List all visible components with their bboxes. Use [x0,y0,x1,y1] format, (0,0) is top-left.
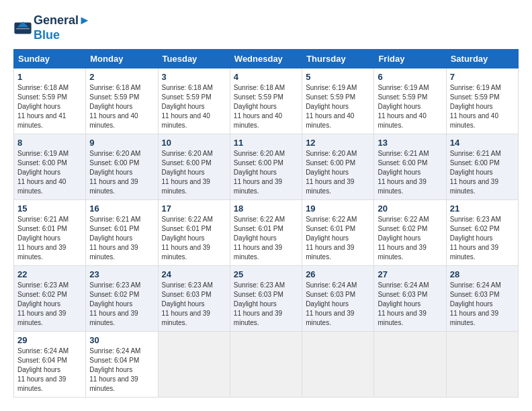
day-number: 16 [89,203,154,214]
calendar-day-cell: 15 Sunrise: 6:21 AM Sunset: 6:01 PM Dayl… [14,200,86,266]
cell-content: Sunrise: 6:22 AM Sunset: 6:01 PM Dayligh… [306,215,370,262]
cell-content: Sunrise: 6:19 AM Sunset: 5:59 PM Dayligh… [450,83,515,130]
day-number: 21 [450,203,515,214]
cell-content: Sunrise: 6:19 AM Sunset: 6:00 PM Dayligh… [17,149,82,196]
calendar-day-cell: 17 Sunrise: 6:22 AM Sunset: 6:01 PM Dayl… [158,200,230,266]
cell-content: Sunrise: 6:20 AM Sunset: 6:00 PM Dayligh… [234,149,298,196]
cell-content: Sunrise: 6:19 AM Sunset: 5:59 PM Dayligh… [378,83,442,130]
calendar-day-cell: 29 Sunrise: 6:24 AM Sunset: 6:04 PM Dayl… [14,332,86,398]
calendar-day-cell: 6 Sunrise: 6:19 AM Sunset: 5:59 PM Dayli… [374,68,446,134]
calendar-day-cell: 25 Sunrise: 6:23 AM Sunset: 6:03 PM Dayl… [230,266,302,332]
day-number: 25 [234,269,298,279]
day-number: 10 [162,138,226,148]
day-number: 26 [306,269,370,279]
day-number: 7 [450,72,515,82]
day-number: 9 [89,138,154,148]
calendar-day-cell: 13 Sunrise: 6:21 AM Sunset: 6:00 PM Dayl… [374,134,446,200]
day-number: 14 [450,138,515,148]
calendar-day-cell: 22 Sunrise: 6:23 AM Sunset: 6:02 PM Dayl… [14,266,86,332]
cell-content: Sunrise: 6:24 AM Sunset: 6:04 PM Dayligh… [17,347,82,394]
logo-icon [13,19,32,38]
day-number: 12 [306,138,370,148]
day-number: 11 [234,138,298,148]
calendar-day-cell: 2 Sunrise: 6:18 AM Sunset: 5:59 PM Dayli… [86,68,158,134]
calendar-day-cell [158,332,230,398]
calendar-week-row: 1 Sunrise: 6:18 AM Sunset: 5:59 PM Dayli… [14,68,519,134]
day-number: 20 [378,203,442,214]
cell-content: Sunrise: 6:23 AM Sunset: 6:02 PM Dayligh… [17,281,82,328]
cell-content: Sunrise: 6:22 AM Sunset: 6:02 PM Dayligh… [378,215,442,262]
day-number: 15 [17,203,82,214]
calendar-table: SundayMondayTuesdayWednesdayThursdayFrid… [13,49,519,398]
calendar-day-cell: 14 Sunrise: 6:21 AM Sunset: 6:00 PM Dayl… [446,134,518,200]
cell-content: Sunrise: 6:18 AM Sunset: 5:59 PM Dayligh… [162,83,226,130]
calendar-day-cell [302,332,374,398]
calendar-week-row: 8 Sunrise: 6:19 AM Sunset: 6:00 PM Dayli… [14,134,519,200]
calendar-day-cell: 20 Sunrise: 6:22 AM Sunset: 6:02 PM Dayl… [374,200,446,266]
calendar-week-row: 15 Sunrise: 6:21 AM Sunset: 6:01 PM Dayl… [14,200,519,266]
weekday-header: Saturday [446,50,518,68]
cell-content: Sunrise: 6:20 AM Sunset: 6:00 PM Dayligh… [306,149,370,196]
day-number: 2 [89,72,154,82]
day-number: 17 [162,203,226,214]
cell-content: Sunrise: 6:24 AM Sunset: 6:03 PM Dayligh… [378,281,442,328]
cell-content: Sunrise: 6:18 AM Sunset: 5:59 PM Dayligh… [17,83,82,130]
calendar-day-cell [446,332,518,398]
day-number: 4 [234,72,298,82]
day-number: 24 [162,269,226,279]
cell-content: Sunrise: 6:21 AM Sunset: 6:01 PM Dayligh… [17,215,82,262]
calendar-day-cell: 30 Sunrise: 6:24 AM Sunset: 6:04 PM Dayl… [86,332,158,398]
weekday-header: Friday [374,50,446,68]
day-number: 23 [89,269,154,279]
calendar-day-cell: 4 Sunrise: 6:18 AM Sunset: 5:59 PM Dayli… [230,68,302,134]
cell-content: Sunrise: 6:18 AM Sunset: 5:59 PM Dayligh… [89,83,154,130]
calendar-day-cell: 12 Sunrise: 6:20 AM Sunset: 6:00 PM Dayl… [302,134,374,200]
calendar-week-row: 29 Sunrise: 6:24 AM Sunset: 6:04 PM Dayl… [14,332,519,398]
cell-content: Sunrise: 6:20 AM Sunset: 6:00 PM Dayligh… [162,149,226,196]
calendar-day-cell: 28 Sunrise: 6:24 AM Sunset: 6:03 PM Dayl… [446,266,518,332]
calendar-day-cell [230,332,302,398]
cell-content: Sunrise: 6:23 AM Sunset: 6:03 PM Dayligh… [234,281,298,328]
weekday-header: Monday [86,50,158,68]
cell-content: Sunrise: 6:19 AM Sunset: 5:59 PM Dayligh… [306,83,370,130]
cell-content: Sunrise: 6:21 AM Sunset: 6:00 PM Dayligh… [450,149,515,196]
cell-content: Sunrise: 6:22 AM Sunset: 6:01 PM Dayligh… [162,215,226,262]
calendar-day-cell: 11 Sunrise: 6:20 AM Sunset: 6:00 PM Dayl… [230,134,302,200]
calendar-day-cell [374,332,446,398]
calendar-day-cell: 8 Sunrise: 6:19 AM Sunset: 6:00 PM Dayli… [14,134,86,200]
day-number: 27 [378,269,442,279]
cell-content: Sunrise: 6:23 AM Sunset: 6:02 PM Dayligh… [450,215,515,262]
logo: General► Blue [13,13,91,42]
calendar-day-cell: 9 Sunrise: 6:20 AM Sunset: 6:00 PM Dayli… [86,134,158,200]
weekday-header: Thursday [302,50,374,68]
day-number: 1 [17,72,82,82]
day-number: 3 [162,72,226,82]
calendar-day-cell: 26 Sunrise: 6:24 AM Sunset: 6:03 PM Dayl… [302,266,374,332]
calendar-header-row: SundayMondayTuesdayWednesdayThursdayFrid… [14,50,519,68]
cell-content: Sunrise: 6:22 AM Sunset: 6:01 PM Dayligh… [234,215,298,262]
cell-content: Sunrise: 6:23 AM Sunset: 6:03 PM Dayligh… [162,281,226,328]
calendar-day-cell: 27 Sunrise: 6:24 AM Sunset: 6:03 PM Dayl… [374,266,446,332]
calendar-day-cell: 23 Sunrise: 6:23 AM Sunset: 6:02 PM Dayl… [86,266,158,332]
day-number: 8 [17,138,82,148]
weekday-header: Tuesday [158,50,230,68]
day-number: 5 [306,72,370,82]
day-number: 19 [306,203,370,214]
calendar-day-cell: 7 Sunrise: 6:19 AM Sunset: 5:59 PM Dayli… [446,68,518,134]
cell-content: Sunrise: 6:23 AM Sunset: 6:02 PM Dayligh… [89,281,154,328]
calendar-week-row: 22 Sunrise: 6:23 AM Sunset: 6:02 PM Dayl… [14,266,519,332]
calendar-day-cell: 21 Sunrise: 6:23 AM Sunset: 6:02 PM Dayl… [446,200,518,266]
day-number: 13 [378,138,442,148]
page-header: General► Blue [13,13,519,42]
cell-content: Sunrise: 6:20 AM Sunset: 6:00 PM Dayligh… [89,149,154,196]
calendar-day-cell: 16 Sunrise: 6:21 AM Sunset: 6:01 PM Dayl… [86,200,158,266]
day-number: 18 [234,203,298,214]
day-number: 29 [17,335,82,345]
calendar-day-cell: 1 Sunrise: 6:18 AM Sunset: 5:59 PM Dayli… [14,68,86,134]
calendar-day-cell: 3 Sunrise: 6:18 AM Sunset: 5:59 PM Dayli… [158,68,230,134]
calendar-day-cell: 10 Sunrise: 6:20 AM Sunset: 6:00 PM Dayl… [158,134,230,200]
day-number: 30 [89,335,154,345]
calendar-day-cell: 19 Sunrise: 6:22 AM Sunset: 6:01 PM Dayl… [302,200,374,266]
day-number: 6 [378,72,442,82]
calendar-day-cell: 18 Sunrise: 6:22 AM Sunset: 6:01 PM Dayl… [230,200,302,266]
